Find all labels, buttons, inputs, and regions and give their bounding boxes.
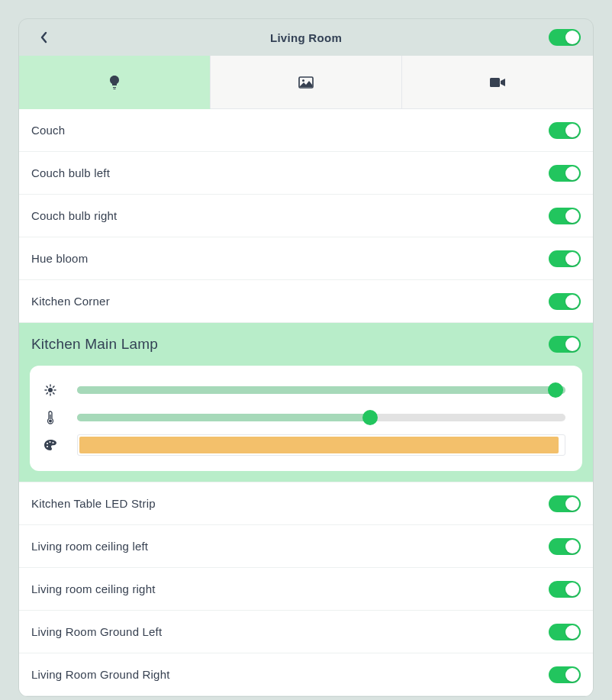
svg-line-11 <box>47 393 47 394</box>
svg-point-1 <box>302 79 304 82</box>
light-row[interactable]: Living room ceiling left <box>19 525 593 568</box>
light-row[interactable]: Living Room Ground Right <box>19 653 593 696</box>
light-label: Living Room Ground Left <box>31 625 162 638</box>
light-row[interactable]: Hue bloom <box>19 237 593 280</box>
light-toggle[interactable] <box>549 495 581 512</box>
slider-fill <box>77 414 370 421</box>
light-toggle[interactable] <box>549 666 581 683</box>
tab-scenes[interactable] <box>211 56 402 109</box>
tab-video[interactable] <box>402 56 593 109</box>
light-toggle[interactable] <box>549 208 581 224</box>
svg-point-15 <box>49 441 50 443</box>
toggle-knob <box>565 166 579 180</box>
temperature-slider[interactable] <box>77 414 565 421</box>
page-title: Living Room <box>270 31 342 44</box>
color-swatch <box>79 437 559 453</box>
svg-point-12 <box>49 420 52 423</box>
toggle-knob <box>565 582 579 596</box>
light-row[interactable]: Living Room Ground Left <box>19 611 593 653</box>
light-toggle[interactable] <box>549 293 581 310</box>
light-label: Couch <box>31 124 65 137</box>
light-label: Couch bulb left <box>31 166 110 179</box>
light-row[interactable]: Kitchen Corner <box>19 280 593 323</box>
light-controls-card <box>30 366 582 471</box>
light-toggle[interactable] <box>549 624 581 640</box>
toggle-knob <box>565 497 579 511</box>
svg-point-16 <box>52 442 53 444</box>
slider-thumb[interactable] <box>362 410 378 425</box>
svg-line-9 <box>53 393 54 394</box>
light-toggle[interactable] <box>549 538 581 555</box>
light-row[interactable]: Couch bulb right <box>19 195 593 237</box>
light-label: Kitchen Table LED Strip <box>31 497 156 510</box>
toggle-knob <box>565 295 579 308</box>
brightness-icon <box>43 384 57 396</box>
light-label: Kitchen Main Lamp <box>31 336 158 353</box>
toggle-knob <box>565 209 579 223</box>
light-row[interactable]: Couch <box>19 109 593 152</box>
light-row[interactable]: Living room ceiling right <box>19 568 593 611</box>
svg-point-3 <box>48 388 53 392</box>
tab-bar <box>19 56 593 109</box>
brightness-control <box>43 376 565 404</box>
light-label: Kitchen Corner <box>31 295 110 308</box>
temperature-control <box>43 404 565 431</box>
light-label: Hue bloom <box>31 252 88 265</box>
svg-line-10 <box>53 386 54 387</box>
video-icon <box>489 77 506 88</box>
light-row[interactable]: Couch bulb left <box>19 152 593 195</box>
toggle-knob <box>565 668 579 682</box>
bulb-icon <box>108 75 121 90</box>
toggle-knob <box>565 540 579 553</box>
picture-icon <box>298 76 314 89</box>
light-label: Living Room Ground Right <box>31 668 170 681</box>
toggle-knob <box>565 337 579 351</box>
tab-lights[interactable] <box>19 56 211 109</box>
toggle-knob <box>565 252 579 266</box>
color-control <box>43 431 565 459</box>
light-row[interactable]: Kitchen Main Lamp <box>19 323 593 366</box>
light-label: Couch bulb right <box>31 209 117 222</box>
light-toggle[interactable] <box>549 581 581 598</box>
expanded-light-section: Kitchen Main Lamp <box>19 323 593 482</box>
svg-rect-2 <box>490 78 500 87</box>
chevron-left-icon <box>40 31 47 44</box>
panel-header: Living Room <box>19 19 593 56</box>
toggle-knob <box>565 31 579 44</box>
light-label: Living room ceiling right <box>31 582 156 595</box>
svg-point-14 <box>47 443 48 444</box>
light-toggle[interactable] <box>549 336 581 353</box>
light-toggle[interactable] <box>549 165 581 182</box>
svg-line-8 <box>47 386 47 387</box>
master-toggle[interactable] <box>549 29 581 46</box>
light-toggle[interactable] <box>549 122 581 139</box>
back-button[interactable] <box>31 25 56 50</box>
slider-fill <box>77 386 565 394</box>
light-row[interactable]: Kitchen Table LED Strip <box>19 482 593 525</box>
svg-point-17 <box>47 446 48 447</box>
color-picker[interactable] <box>77 434 565 456</box>
light-label: Living room ceiling left <box>31 540 148 553</box>
slider-thumb[interactable] <box>548 382 563 398</box>
room-panel: Living Room CouchCou <box>18 18 594 697</box>
light-toggle[interactable] <box>549 250 581 267</box>
toggle-knob <box>565 625 579 639</box>
brightness-slider[interactable] <box>77 386 565 394</box>
palette-icon <box>43 439 57 451</box>
lights-list: CouchCouch bulb leftCouch bulb rightHue … <box>19 109 593 696</box>
thermometer-icon <box>43 411 57 424</box>
toggle-knob <box>565 124 579 137</box>
